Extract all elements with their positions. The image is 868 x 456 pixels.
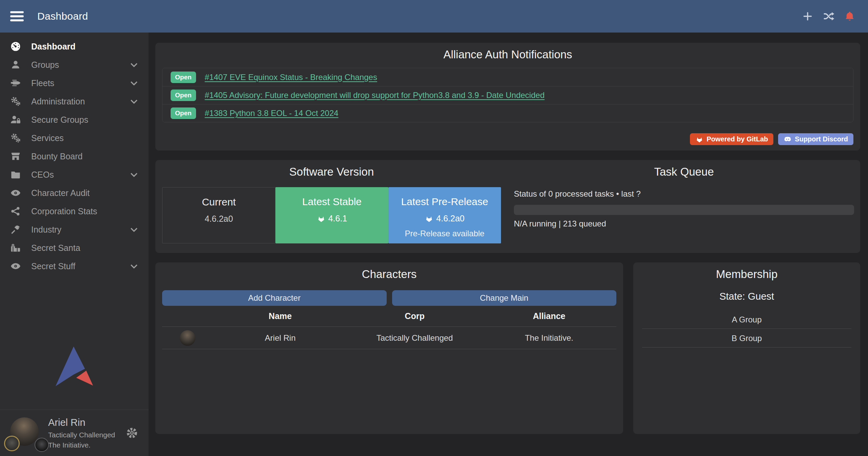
sidebar-item-label: Secret Santa	[31, 243, 80, 253]
membership-panel: Membership State: Guest A Group B Group	[633, 262, 860, 434]
notifications-panel: Alliance Auth Notifications Open #1407 E…	[155, 43, 860, 151]
task-queue-status: Status of 0 processed tasks • last ?	[514, 189, 854, 199]
sidebar-item-secure-groups[interactable]: Secure Groups	[0, 111, 149, 129]
task-queue-progress-bar	[514, 205, 854, 215]
add-button[interactable]	[799, 8, 816, 24]
chevron-down-icon	[129, 60, 139, 70]
main-content: Alliance Auth Notifications Open #1407 E…	[149, 33, 868, 456]
task-queue-counts: N/A running | 213 queued	[514, 219, 854, 229]
store-icon	[9, 150, 22, 162]
notification-link[interactable]: #1405 Advisory: Future development will …	[205, 91, 545, 100]
corp-column-header: Corp	[347, 311, 482, 321]
sidebar-item-secret-stuff[interactable]: Secret Stuff	[0, 257, 149, 275]
sidebar-item-administration[interactable]: Administration	[0, 92, 149, 111]
version-stable-box: Latest Stable 4.6.1	[275, 187, 388, 243]
characters-panel: Characters Add Character Change Main Nam…	[155, 262, 623, 434]
user-panel: Ariel Rin Tactically Challenged The Init…	[0, 410, 149, 456]
notifications-title: Alliance Auth Notifications	[155, 43, 860, 61]
chevron-down-icon	[129, 96, 139, 106]
user-corporation: Tactically Challenged	[48, 431, 115, 439]
gitlab-icon	[695, 135, 703, 143]
share-icon	[9, 205, 22, 217]
membership-title: Membership	[633, 262, 860, 281]
notification-item: Open #1407 EVE Equinox Status - Breaking…	[162, 68, 853, 86]
membership-group: A Group	[642, 310, 851, 329]
gear-icon	[126, 427, 138, 439]
user-avatar	[9, 417, 39, 449]
task-queue-widget: Task Queue Status of 0 processed tasks •…	[508, 160, 860, 253]
membership-state: State: Guest	[633, 291, 860, 302]
powered-by-gitlab-badge[interactable]: Powered by GitLab	[690, 133, 773, 145]
prerelease-note: Pre-Release available	[388, 229, 501, 238]
sidebar-item-industry[interactable]: Industry	[0, 220, 149, 239]
shuffle-button[interactable]	[821, 8, 837, 24]
sidebar-item-character-audit[interactable]: Character Audit	[0, 184, 149, 202]
notification-item: Open #1383 Python 3.8 EOL - 14 Oct 2024	[162, 104, 853, 122]
eye-icon	[9, 187, 22, 199]
alliance-column-header: Alliance	[482, 311, 616, 321]
gears-icon	[9, 132, 22, 144]
user-lock-icon	[9, 114, 22, 126]
open-status-badge: Open	[171, 90, 196, 101]
sidebar-item-corporation-stats[interactable]: Corporation Stats	[0, 202, 149, 220]
menu-toggle-button[interactable]	[10, 11, 25, 22]
add-character-button[interactable]: Add Character	[162, 290, 387, 306]
character-row: Ariel Rin Tactically Challenged The Init…	[162, 327, 616, 349]
sidebar-item-dashboard[interactable]: Dashboard	[0, 37, 149, 56]
sidebar-item-services[interactable]: Services	[0, 129, 149, 147]
support-discord-badge[interactable]: Support Discord	[778, 133, 853, 145]
chevron-down-icon	[129, 224, 139, 235]
bell-icon	[844, 11, 855, 22]
discord-icon	[784, 135, 792, 143]
sidebar-item-label: Services	[31, 133, 64, 143]
character-portrait	[180, 330, 195, 346]
gifts-icon	[9, 242, 22, 254]
version-prerelease-box: Latest Pre-Release 4.6.2a0 Pre-Release a…	[388, 187, 501, 243]
sidebar-item-label: Bounty Board	[31, 152, 83, 161]
sidebar-item-label: Fleets	[31, 78, 54, 88]
character-alliance: The Initiative.	[482, 333, 616, 343]
hammer-icon	[9, 223, 22, 236]
membership-group: B Group	[642, 329, 851, 348]
software-version-task-queue-panel: Software Version Current 4.6.2a0 Latest …	[155, 160, 860, 253]
sidebar-item-groups[interactable]: Groups	[0, 56, 149, 74]
sidebar-item-secret-santa[interactable]: Secret Santa	[0, 239, 149, 257]
characters-table: Name Corp Alliance Ariel Rin Tactically …	[162, 306, 616, 349]
sidebar-item-fleets[interactable]: Fleets	[0, 74, 149, 92]
character-corp: Tactically Challenged	[347, 333, 482, 343]
user-settings-button[interactable]	[124, 425, 140, 441]
notification-link[interactable]: #1383 Python 3.8 EOL - 14 Oct 2024	[205, 108, 339, 118]
alliance-auth-logo	[0, 345, 149, 388]
sidebar-item-label: Dashboard	[31, 42, 76, 52]
name-column-header: Name	[213, 311, 347, 321]
software-version-title: Software Version	[155, 160, 508, 178]
eye-icon	[9, 260, 22, 272]
character-name: Ariel Rin	[213, 333, 347, 343]
sidebar: Dashboard Groups Fleets	[0, 33, 149, 456]
sidebar-item-label: Administration	[31, 97, 85, 106]
characters-table-header: Name Corp Alliance	[162, 306, 616, 327]
open-status-badge: Open	[171, 72, 196, 83]
task-queue-title: Task Queue	[508, 160, 860, 178]
open-status-badge: Open	[171, 107, 196, 119]
notifications-bell-button[interactable]	[842, 8, 858, 24]
shuffle-icon	[823, 11, 834, 22]
sidebar-item-label: Secure Groups	[31, 115, 88, 125]
software-version-widget: Software Version Current 4.6.2a0 Latest …	[155, 160, 508, 253]
user-icon	[9, 59, 22, 71]
alliance-logo-badge	[35, 438, 49, 452]
folder-icon	[9, 168, 22, 181]
change-main-button[interactable]: Change Main	[392, 290, 617, 306]
alliance-auth-app: Dashboard	[0, 0, 868, 456]
notification-link[interactable]: #1407 EVE Equinox Status - Breaking Chan…	[205, 73, 377, 82]
sidebar-item-ceos[interactable]: CEOs	[0, 165, 149, 184]
user-alliance: The Initiative.	[48, 441, 115, 449]
sidebar-item-bounty-board[interactable]: Bounty Board	[0, 147, 149, 165]
sidebar-item-label: CEOs	[31, 170, 54, 180]
chevron-down-icon	[129, 170, 139, 180]
sidebar-item-label: Corporation Stats	[31, 206, 97, 216]
sidebar-item-label: Secret Stuff	[31, 261, 75, 271]
stable-version-value: 4.6.1	[328, 214, 347, 223]
chevron-down-icon	[129, 78, 139, 88]
sidebar-item-label: Groups	[31, 60, 59, 70]
